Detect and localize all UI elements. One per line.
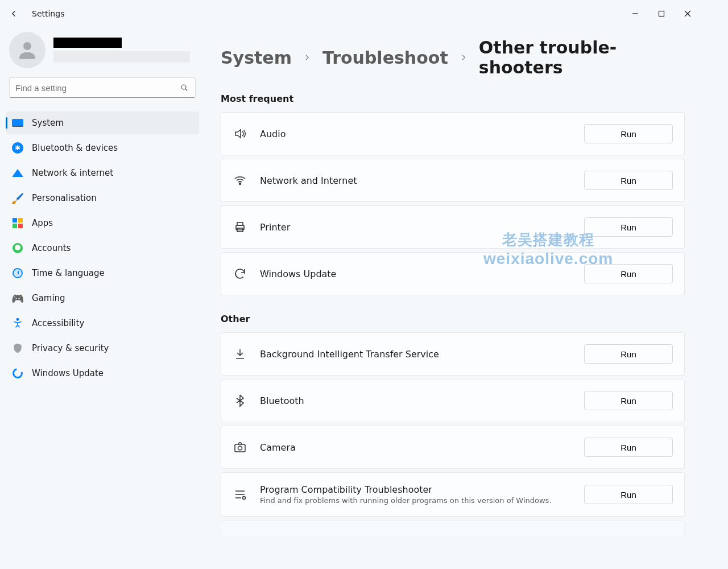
sidebar-item-system[interactable]: System	[6, 112, 199, 134]
card-title: Audio	[260, 129, 572, 139]
run-button-bluetooth[interactable]: Run	[584, 391, 673, 410]
section-title-other: Other	[221, 314, 685, 324]
card-title: Network and Internet	[260, 175, 572, 186]
download-icon	[233, 347, 247, 361]
breadcrumb-troubleshoot[interactable]: Troubleshoot	[322, 48, 448, 68]
troubleshooter-network-internet[interactable]: Network and Internet Run	[221, 159, 685, 202]
shield-icon	[11, 342, 24, 354]
sidebar-item-accessibility[interactable]: Accessibility	[6, 312, 199, 335]
sidebar: System ✱ Bluetooth & devices Network & i…	[0, 27, 205, 547]
wifi-icon	[233, 173, 247, 188]
maximize-button[interactable]	[648, 5, 675, 23]
svg-point-15	[238, 446, 242, 450]
system-icon	[11, 117, 24, 129]
accessibility-icon	[11, 317, 24, 329]
bluetooth-icon: ✱	[11, 142, 24, 154]
sidebar-item-label: Bluetooth & devices	[32, 143, 193, 153]
sidebar-item-label: Accessibility	[32, 318, 193, 328]
profile-name-redacted	[53, 38, 122, 48]
svg-rect-1	[659, 11, 664, 17]
run-button-program-compat[interactable]: Run	[584, 485, 673, 504]
sidebar-item-gaming[interactable]: 🎮 Gaming	[6, 287, 199, 310]
sync-icon	[233, 266, 247, 281]
svg-line-6	[185, 89, 187, 90]
run-button-windows-update[interactable]: Run	[584, 264, 673, 283]
search-input-wrap[interactable]	[9, 77, 196, 98]
bluetooth-icon	[233, 393, 247, 408]
page-title: Other trouble-shooters	[479, 38, 685, 77]
search-input[interactable]	[15, 83, 179, 93]
arrow-left-icon	[9, 9, 19, 19]
svg-rect-12	[237, 222, 243, 225]
card-subtitle: Find and fix problems with running older…	[260, 496, 572, 505]
list-settings-icon	[233, 487, 247, 502]
sidebar-item-label: Apps	[32, 218, 193, 228]
wifi-icon	[11, 167, 24, 179]
sidebar-item-privacy-security[interactable]: Privacy & security	[6, 337, 199, 360]
sidebar-item-label: Time & language	[32, 268, 193, 278]
svg-point-7	[16, 319, 18, 320]
sidebar-item-accounts[interactable]: Accounts	[6, 237, 199, 259]
chevron-right-icon	[458, 52, 469, 63]
chevron-right-icon	[302, 52, 312, 63]
breadcrumb-system[interactable]: System	[221, 48, 292, 68]
nav-list: System ✱ Bluetooth & devices Network & i…	[0, 107, 205, 389]
troubleshooter-printer[interactable]: Printer Run	[221, 205, 685, 249]
run-button-camera[interactable]: Run	[584, 438, 673, 457]
camera-icon	[233, 440, 247, 455]
minimize-icon	[632, 10, 639, 17]
run-button-bits[interactable]: Run	[584, 344, 673, 364]
run-button-network[interactable]: Run	[584, 171, 673, 190]
sidebar-item-time-language[interactable]: Time & language	[6, 262, 199, 284]
run-button-printer[interactable]: Run	[584, 217, 673, 237]
apps-icon	[11, 217, 24, 229]
profile-block[interactable]	[0, 27, 205, 77]
card-title: Program Compatibility Troubleshooter	[260, 484, 572, 495]
sidebar-item-label: Accounts	[32, 243, 193, 253]
sidebar-item-personalisation[interactable]: 🖌️ Personalisation	[6, 187, 199, 209]
troubleshooter-bluetooth[interactable]: Bluetooth Run	[221, 379, 685, 422]
avatar	[9, 32, 46, 68]
close-icon	[684, 10, 691, 17]
troubleshooter-next-partial[interactable]	[221, 520, 685, 537]
troubleshooter-camera[interactable]: Camera Run	[221, 426, 685, 469]
sidebar-item-label: Network & internet	[32, 168, 193, 178]
svg-point-4	[23, 42, 31, 50]
svg-point-5	[181, 85, 186, 89]
sidebar-item-label: Personalisation	[32, 193, 193, 203]
sidebar-item-label: System	[32, 118, 193, 128]
close-button[interactable]	[675, 5, 701, 23]
svg-point-19	[243, 497, 246, 500]
sidebar-item-windows-update[interactable]: Windows Update	[6, 362, 199, 385]
card-title: Bluetooth	[260, 395, 572, 406]
sidebar-item-network-internet[interactable]: Network & internet	[6, 162, 199, 184]
back-button[interactable]	[0, 0, 27, 27]
section-title-most-frequent: Most frequent	[221, 93, 685, 104]
sidebar-item-apps[interactable]: Apps	[6, 212, 199, 234]
maximize-icon	[658, 10, 665, 17]
window-title: Settings	[32, 9, 64, 18]
troubleshooter-audio[interactable]: Audio Run	[221, 112, 685, 155]
card-title: Background Intelligent Transfer Service	[260, 349, 572, 360]
troubleshooter-program-compat[interactable]: Program Compatibility Troubleshooter Fin…	[221, 472, 685, 517]
card-title: Camera	[260, 442, 572, 453]
run-button-audio[interactable]: Run	[584, 124, 673, 143]
titlebar: Settings	[0, 0, 701, 27]
paintbrush-icon: 🖌️	[11, 192, 24, 204]
sidebar-item-label: Privacy & security	[32, 343, 193, 353]
svg-point-10	[239, 183, 241, 185]
accounts-icon	[11, 242, 24, 254]
minimize-button[interactable]	[622, 5, 648, 23]
gamepad-icon: 🎮	[11, 292, 24, 304]
clock-globe-icon	[11, 267, 24, 279]
troubleshooter-windows-update[interactable]: Windows Update Run	[221, 252, 685, 295]
card-title: Windows Update	[260, 269, 572, 279]
sidebar-item-bluetooth-devices[interactable]: ✱ Bluetooth & devices	[6, 137, 199, 159]
troubleshooter-bits[interactable]: Background Intelligent Transfer Service …	[221, 332, 685, 376]
profile-email-redacted	[53, 51, 190, 63]
speaker-icon	[233, 126, 247, 141]
card-title: Printer	[260, 222, 572, 233]
sidebar-item-label: Windows Update	[32, 368, 193, 378]
person-icon	[15, 38, 39, 62]
breadcrumb: System Troubleshoot Other trouble-shoote…	[221, 38, 685, 77]
